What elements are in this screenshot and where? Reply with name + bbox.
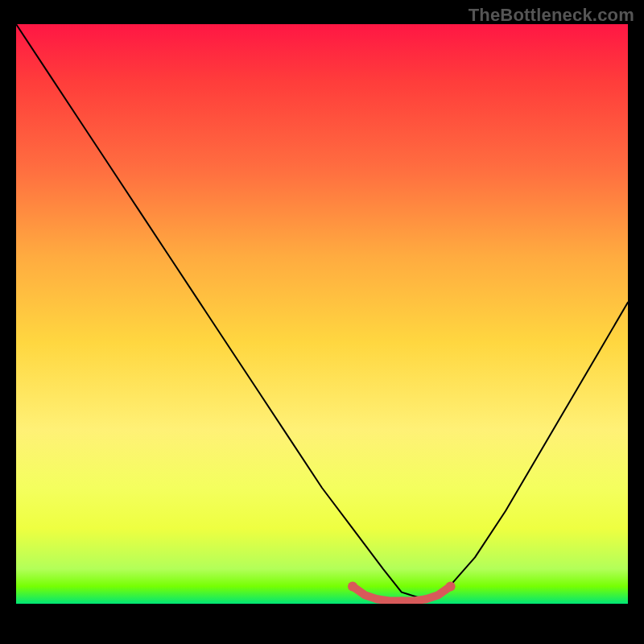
watermark-text: TheBottleneck.com: [469, 5, 634, 26]
marker-dot: [373, 595, 381, 603]
marker-dot: [446, 581, 456, 591]
chart-canvas: TheBottleneck.com: [0, 0, 644, 644]
bottleneck-curve: [16, 24, 628, 598]
plot-area: [16, 24, 628, 604]
curve-layer: [16, 24, 628, 604]
marker-dot: [422, 595, 430, 603]
marker-dot: [348, 581, 357, 591]
